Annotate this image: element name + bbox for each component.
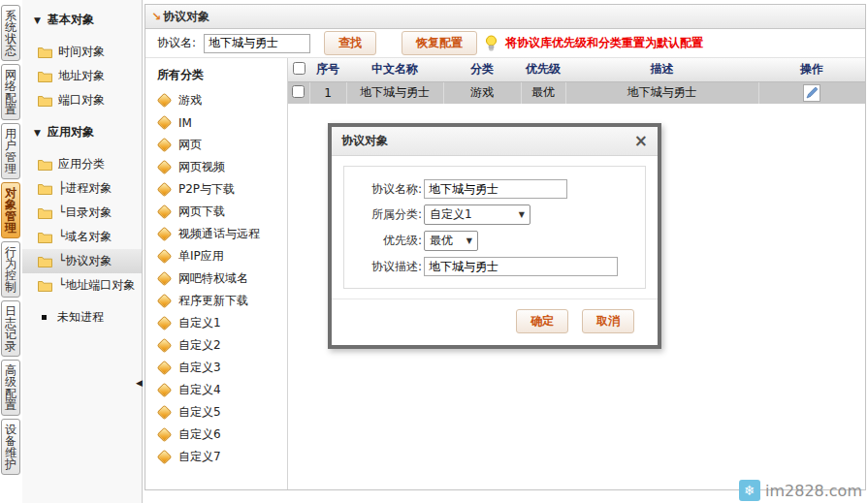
category-item-custom-5[interactable]: 自定义5 [157, 401, 287, 424]
tree-section-application-objects[interactable]: ▼ 应用对象 [22, 120, 142, 144]
tab-system-status[interactable]: 系统状态 [1, 5, 20, 61]
watermark-text: im2828.com [765, 482, 862, 500]
tree-item-protocol-object[interactable]: └协议对象 [22, 249, 142, 273]
category-select-value: 自定义1 [430, 206, 472, 223]
protocol-name-input[interactable] [204, 34, 310, 53]
row-checkbox[interactable] [292, 85, 305, 98]
category-label: 自定义1 [178, 315, 221, 331]
tab-object-management[interactable]: 对象管理 [1, 182, 20, 238]
category-item-web[interactable]: 网页 [157, 134, 287, 156]
diamond-icon [157, 361, 173, 376]
tree-item-label: 端口对象 [58, 92, 105, 109]
tab-user-management[interactable]: 用户管理 [1, 123, 20, 179]
tree-item-label: 应用分类 [58, 156, 105, 173]
tree-section-label: 基本对象 [48, 12, 94, 28]
category-item-program-update-download[interactable]: 程序更新下载 [157, 290, 287, 312]
tree-item-process-object[interactable]: ├进程对象 [22, 176, 142, 201]
dialog-protocol-name-input[interactable] [424, 179, 567, 199]
tree-section-basic-objects[interactable]: ▼ 基本对象 [22, 8, 142, 32]
diamond-icon [157, 115, 173, 131]
folder-icon [38, 71, 52, 82]
lightbulb-icon [485, 35, 498, 52]
diamond-icon [157, 138, 173, 153]
tab-advanced-config[interactable]: 高级配置 [1, 360, 20, 416]
sidebar-collapse-icon[interactable]: ◀ [136, 378, 143, 388]
snowflake-icon: ❄ [739, 480, 760, 501]
category-item-p2p-download[interactable]: P2P与下载 [157, 178, 287, 201]
diamond-icon [157, 204, 173, 220]
tree-item-unknown-process[interactable]: 未知进程 [22, 305, 142, 330]
find-button[interactable]: 查找 [324, 31, 376, 55]
protocol-table: 序号 中文名称 分类 优先级 描述 操作 1 地下城与勇士 [288, 58, 865, 104]
category-item-web-video[interactable]: 网页视频 [157, 156, 287, 178]
close-icon[interactable]: × [634, 133, 648, 149]
category-label: IM [178, 116, 192, 130]
category-label: 网页 [178, 137, 202, 153]
category-item-custom-7[interactable]: 自定义7 [157, 446, 287, 468]
dialog-description-input[interactable] [424, 257, 618, 276]
diamond-icon [157, 294, 173, 309]
category-item-im[interactable]: IM [157, 111, 287, 134]
cell-description: 地下城与勇士 [565, 81, 758, 104]
description-field-label: 协议描述: [352, 259, 422, 275]
tree-item-domain-object[interactable]: └域名对象 [22, 225, 142, 249]
object-tree-sidebar: ▼ 基本对象 时间对象 地址对象 端口对象 ▼ 应用对象 应用分类 ├进程对象 [22, 0, 143, 503]
tree-item-time-object[interactable]: 时间对象 [22, 40, 142, 64]
reset-hint-text: 将协议库优先级和分类重置为默认配置 [505, 35, 703, 51]
search-toolbar: 协议名: 查找 恢复配置 将协议库优先级和分类重置为默认配置 [145, 29, 865, 58]
category-item-single-ip-app[interactable]: 单IP应用 [157, 245, 287, 267]
page-title: 协议对象 [163, 10, 209, 23]
category-item-custom-1[interactable]: 自定义1 [157, 312, 287, 334]
category-label: 自定义3 [178, 360, 221, 376]
category-item-web-download[interactable]: 网页下载 [157, 201, 287, 223]
category-select[interactable]: 自定义1 ▼ [424, 204, 530, 225]
category-panel-title: 所有分类 [157, 64, 287, 89]
ok-button[interactable]: 确定 [516, 309, 568, 333]
cell-category: 游戏 [443, 81, 521, 104]
tree-item-address-port-object[interactable]: └地址端口对象 [22, 273, 142, 298]
edit-button[interactable] [803, 84, 820, 102]
tree-item-label: ├进程对象 [58, 180, 112, 197]
tab-network-config[interactable]: 网络配置 [1, 64, 20, 120]
category-item-games[interactable]: 游戏 [157, 89, 287, 111]
category-label: 程序更新下载 [178, 293, 248, 309]
category-item-custom-6[interactable]: 自定义6 [157, 424, 287, 446]
tab-log-record[interactable]: 日志记录 [1, 300, 20, 357]
tree-item-port-object[interactable]: 端口对象 [22, 88, 142, 112]
table-row: 1 地下城与勇士 游戏 最优 地下城与勇士 [288, 81, 865, 104]
priority-select-value: 最优 [430, 233, 453, 249]
tree-item-label: 未知进程 [57, 309, 104, 326]
title-arrow-icon: ↘ [151, 10, 161, 23]
restore-config-button[interactable]: 恢复配置 [402, 31, 477, 55]
category-item-video-call-remote[interactable]: 视频通话与远程 [157, 223, 287, 245]
priority-select[interactable]: 最优 ▼ [424, 231, 478, 251]
select-all-checkbox[interactable] [293, 62, 305, 75]
diamond-icon [157, 450, 173, 465]
chevron-down-icon: ▼ [466, 236, 472, 245]
tree-item-label: 时间对象 [58, 44, 105, 60]
category-field-label: 所属分类: [352, 206, 422, 223]
category-label: 游戏 [178, 92, 202, 109]
category-label: 单IP应用 [178, 248, 224, 265]
folder-icon [38, 232, 52, 243]
category-item-cafe-privileged-domain[interactable]: 网吧特权域名 [157, 267, 287, 290]
diamond-icon [157, 182, 173, 198]
cancel-button[interactable]: 取消 [582, 309, 634, 333]
tree-item-address-object[interactable]: 地址对象 [22, 64, 142, 88]
table-header-row: 序号 中文名称 分类 优先级 描述 操作 [288, 58, 865, 81]
tree-item-app-category[interactable]: 应用分类 [22, 152, 142, 176]
category-item-custom-4[interactable]: 自定义4 [157, 379, 287, 401]
category-item-custom-2[interactable]: 自定义2 [157, 334, 287, 357]
cell-seq: 1 [309, 81, 346, 104]
tab-behavior-control[interactable]: 行为控制 [1, 241, 20, 298]
dialog-footer: 确定 取消 [332, 299, 658, 345]
page-title-bar: ↘协议对象 [145, 5, 865, 29]
tab-device-maintenance[interactable]: 设备维护 [1, 419, 20, 475]
tree-item-directory-object[interactable]: └目录对象 [22, 201, 142, 225]
folder-icon [38, 47, 52, 58]
chevron-down-icon: ▼ [34, 16, 41, 25]
col-seq: 序号 [309, 58, 346, 81]
category-item-custom-3[interactable]: 自定义3 [157, 357, 287, 379]
col-actions: 操作 [758, 58, 865, 81]
category-label: 自定义2 [178, 337, 221, 354]
